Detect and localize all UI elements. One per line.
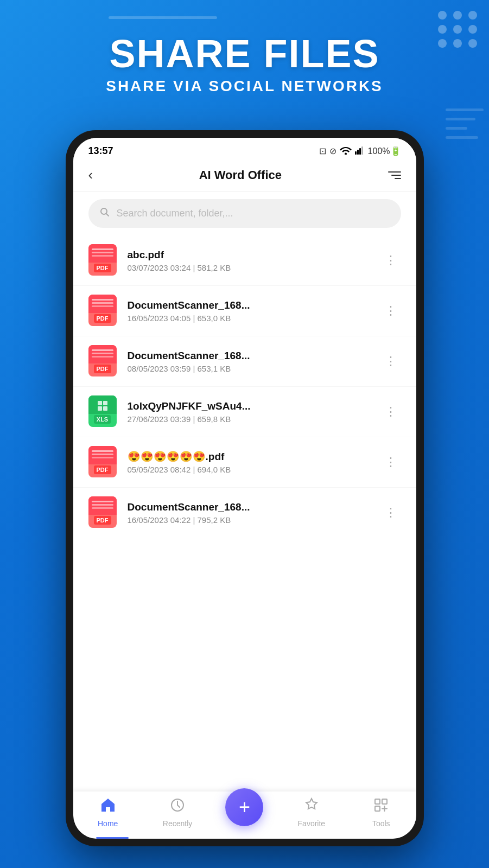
status-time: 13:57 <box>88 145 113 157</box>
nav-item-recently[interactable]: Recently <box>156 797 199 828</box>
file-info: abc.pdf 03/07/2023 03:24 | 581,2 KB <box>128 249 372 272</box>
file-list: PDF abc.pdf 03/07/2023 03:24 | 581,2 KB … <box>73 235 416 792</box>
file-icon-pdf: PDF <box>88 345 119 378</box>
list-item[interactable]: XLS 1olxQyPNJFKF_wSAu4... 27/06/2023 03:… <box>73 387 416 437</box>
filter-line-3 <box>395 178 401 179</box>
clock-icon <box>169 797 186 817</box>
svg-rect-8 <box>375 806 380 811</box>
nav-item-tools[interactable]: Tools <box>359 797 403 828</box>
promo-title: SHARE FILES <box>0 33 489 75</box>
file-info: 1olxQyPNJFKF_wSAu4... 27/06/2023 03:39 |… <box>128 400 372 424</box>
status-bar: 13:57 ⊡ ⊘ <box>73 138 416 161</box>
phone-frame: 13:57 ⊡ ⊘ <box>66 130 424 846</box>
page-title: AI Word Office <box>199 168 282 182</box>
file-info: 😍😍😍😍😍😍.pdf 05/05/2023 08:42 | 694,0 KB <box>128 450 372 474</box>
bottom-nav: Home Recently + <box>73 792 416 839</box>
file-meta: 16/05/2023 04:22 | 795,2 KB <box>128 515 372 525</box>
nav-label-favorite: Favorite <box>298 819 326 828</box>
signal-icon <box>355 146 365 157</box>
svg-rect-0 <box>355 151 357 155</box>
back-button[interactable]: ‹ <box>88 167 93 183</box>
bg-decoration-line <box>109 16 217 19</box>
file-icon-pdf: PDF <box>88 446 119 478</box>
list-item[interactable]: PDF DocumentScanner_168... 16/05/2023 04… <box>73 488 416 538</box>
nav-item-favorite[interactable]: Favorite <box>290 797 333 828</box>
file-icon-pdf: PDF <box>88 496 119 529</box>
list-item[interactable]: PDF DocumentScanner_168... 16/05/2023 04… <box>73 286 416 336</box>
filter-line-2 <box>391 175 401 176</box>
nav-active-indicator <box>96 837 129 839</box>
file-name: DocumentScanner_168... <box>128 350 372 362</box>
promo-subtitle: SHARE VIA SOCIAL NETWORKS <box>0 78 489 95</box>
file-info: DocumentScanner_168... 16/05/2023 04:05 … <box>128 299 372 323</box>
status-icons: ⊡ ⊘ <box>319 146 401 157</box>
wifi-icon <box>340 146 352 157</box>
bg-decoration-lines-right <box>446 108 489 139</box>
nav-label-home: Home <box>98 819 118 828</box>
filter-button[interactable] <box>388 171 401 179</box>
home-icon <box>100 797 116 817</box>
top-nav: ‹ AI Word Office <box>73 161 416 192</box>
file-name: DocumentScanner_168... <box>128 299 372 311</box>
file-meta: 16/05/2023 04:05 | 653,0 KB <box>128 314 372 323</box>
file-type-badge: PDF <box>94 365 111 373</box>
file-more-button[interactable]: ⋮ <box>380 403 401 421</box>
file-more-button[interactable]: ⋮ <box>380 352 401 371</box>
tools-icon <box>373 797 389 817</box>
plus-icon: + <box>239 797 250 817</box>
notification-icon: ⊡ <box>319 146 326 156</box>
file-icon-pdf: PDF <box>88 295 119 327</box>
file-more-button[interactable]: ⋮ <box>380 251 401 270</box>
file-info: DocumentScanner_168... 16/05/2023 04:22 … <box>128 501 372 525</box>
file-type-badge: PDF <box>94 314 111 323</box>
file-meta: 08/05/2023 03:59 | 653,1 KB <box>128 364 372 373</box>
file-icon-pdf: PDF <box>88 244 119 277</box>
svg-rect-2 <box>359 148 361 155</box>
svg-rect-6 <box>375 799 380 804</box>
file-meta: 03/07/2023 03:24 | 581,2 KB <box>128 263 372 272</box>
file-name: 😍😍😍😍😍😍.pdf <box>128 450 372 463</box>
list-item[interactable]: PDF 😍😍😍😍😍😍.pdf 05/05/2023 08:42 | 694,0 … <box>73 437 416 488</box>
search-input[interactable]: Search document, folder,... <box>117 208 233 219</box>
file-meta: 05/05/2023 08:42 | 694,0 KB <box>128 465 372 474</box>
sync-icon: ⊘ <box>329 146 336 156</box>
file-name: abc.pdf <box>128 249 372 261</box>
file-type-badge: XLS <box>94 415 111 424</box>
search-area: Search document, folder,... <box>73 192 416 235</box>
search-box[interactable]: Search document, folder,... <box>88 199 401 228</box>
file-type-badge: PDF <box>94 264 111 272</box>
file-more-button[interactable]: ⋮ <box>380 503 401 522</box>
file-name: DocumentScanner_168... <box>128 501 372 513</box>
file-meta: 27/06/2023 03:39 | 659,8 KB <box>128 414 372 424</box>
file-more-button[interactable]: ⋮ <box>380 453 401 471</box>
grid-icon <box>98 401 107 411</box>
list-item[interactable]: PDF DocumentScanner_168... 08/05/2023 03… <box>73 336 416 387</box>
star-icon <box>303 797 320 817</box>
search-icon <box>99 207 110 220</box>
list-item[interactable]: PDF abc.pdf 03/07/2023 03:24 | 581,2 KB … <box>73 235 416 286</box>
nav-label-recently: Recently <box>163 819 192 828</box>
svg-rect-7 <box>382 799 387 804</box>
file-name: 1olxQyPNJFKF_wSAu4... <box>128 400 372 412</box>
nav-item-home[interactable]: Home <box>86 797 130 828</box>
file-type-badge: PDF <box>94 516 111 525</box>
file-info: DocumentScanner_168... 08/05/2023 03:59 … <box>128 350 372 373</box>
file-icon-xls: XLS <box>88 395 119 428</box>
file-type-badge: PDF <box>94 465 111 474</box>
promo-header: SHARE FILES SHARE VIA SOCIAL NETWORKS <box>0 33 489 95</box>
fab-add-button[interactable]: + <box>225 788 263 826</box>
filter-line-1 <box>388 171 401 173</box>
svg-rect-1 <box>357 150 359 155</box>
file-more-button[interactable]: ⋮ <box>380 302 401 320</box>
svg-rect-3 <box>361 146 363 155</box>
phone-screen: 13:57 ⊡ ⊘ <box>73 138 416 839</box>
battery-icon: 100%🔋 <box>368 146 401 156</box>
nav-label-tools: Tools <box>372 819 390 828</box>
